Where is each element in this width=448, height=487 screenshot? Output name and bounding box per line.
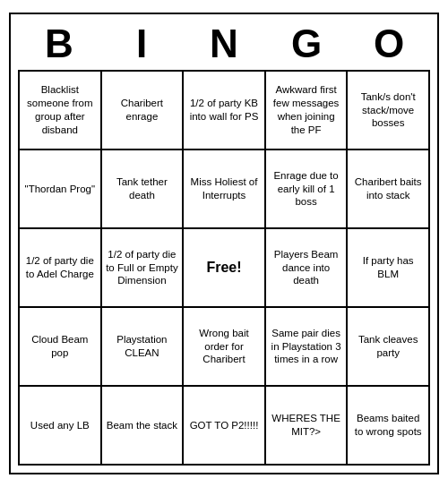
cell-text-14: If party has BLM bbox=[351, 254, 425, 281]
bingo-cell-11[interactable]: 1/2 of party die to Full or Empty Dimens… bbox=[101, 228, 184, 307]
cell-text-6: Tank tether death bbox=[106, 175, 179, 202]
bingo-cell-2[interactable]: 1/2 of party KB into wall for PS bbox=[183, 71, 265, 150]
bingo-cell-10[interactable]: 1/2 of party die to Adel Charge bbox=[19, 228, 101, 307]
bingo-cell-5[interactable]: "Thordan Prog" bbox=[19, 150, 101, 228]
cell-text-20: Used any LB bbox=[30, 419, 90, 432]
bingo-header: BINGO bbox=[18, 21, 430, 66]
cell-text-0: Blacklist someone from group after disba… bbox=[23, 83, 97, 137]
header-letter-i: I bbox=[102, 21, 181, 66]
bingo-cell-24[interactable]: Beams baited to wrong spots bbox=[347, 386, 429, 465]
cell-text-17: Wrong bait order for Charibert bbox=[187, 327, 261, 367]
bingo-cell-19[interactable]: Tank cleaves party bbox=[347, 307, 429, 386]
bingo-cell-14[interactable]: If party has BLM bbox=[347, 228, 429, 307]
cell-text-3: Awkward first few messages when joining … bbox=[270, 83, 343, 137]
bingo-cell-7[interactable]: Miss Holiest of Interrupts bbox=[183, 150, 265, 228]
header-letter-o: O bbox=[349, 21, 428, 66]
cell-text-5: "Thordan Prog" bbox=[25, 183, 95, 196]
bingo-cell-0[interactable]: Blacklist someone from group after disba… bbox=[19, 71, 101, 150]
cell-text-7: Miss Holiest of Interrupts bbox=[187, 175, 261, 202]
cell-text-15: Cloud Beam pop bbox=[23, 333, 97, 360]
cell-text-11: 1/2 of party die to Full or Empty Dimens… bbox=[106, 248, 179, 288]
bingo-cell-20[interactable]: Used any LB bbox=[19, 386, 101, 465]
bingo-cell-4[interactable]: Tank/s don't stack/move bosses bbox=[347, 71, 429, 150]
bingo-cell-16[interactable]: Playstation CLEAN bbox=[101, 307, 184, 386]
bingo-cell-15[interactable]: Cloud Beam pop bbox=[19, 307, 101, 386]
bingo-card: BINGO Blacklist someone from group after… bbox=[9, 13, 439, 474]
cell-text-8: Enrage due to early kill of 1 boss bbox=[270, 169, 343, 209]
header-letter-b: B bbox=[20, 21, 99, 66]
cell-text-19: Tank cleaves party bbox=[351, 333, 425, 360]
bingo-cell-23[interactable]: WHERES THE MIT?> bbox=[265, 386, 348, 465]
cell-text-13: Players Beam dance into death bbox=[270, 248, 343, 288]
bingo-grid: Blacklist someone from group after disba… bbox=[18, 70, 430, 466]
bingo-cell-21[interactable]: Beam the stack bbox=[101, 386, 184, 465]
bingo-cell-9[interactable]: Charibert baits into stack bbox=[347, 150, 429, 228]
cell-text-24: Beams baited to wrong spots bbox=[351, 412, 425, 439]
cell-text-1: Charibert enrage bbox=[106, 97, 179, 124]
cell-text-9: Charibert baits into stack bbox=[351, 175, 425, 202]
cell-text-10: 1/2 of party die to Adel Charge bbox=[23, 254, 97, 281]
bingo-cell-3[interactable]: Awkward first few messages when joining … bbox=[265, 71, 348, 150]
bingo-cell-13[interactable]: Players Beam dance into death bbox=[265, 228, 348, 307]
bingo-cell-6[interactable]: Tank tether death bbox=[101, 150, 184, 228]
free-cell[interactable]: Free! bbox=[183, 228, 265, 307]
cell-text-22: GOT TO P2!!!!! bbox=[190, 419, 259, 432]
bingo-cell-22[interactable]: GOT TO P2!!!!! bbox=[183, 386, 265, 465]
bingo-cell-18[interactable]: Same pair dies in Playstation 3 times in… bbox=[265, 307, 348, 386]
cell-text-4: Tank/s don't stack/move bosses bbox=[351, 90, 425, 131]
cell-text-21: Beam the stack bbox=[107, 419, 177, 432]
cell-text-2: 1/2 of party KB into wall for PS bbox=[187, 97, 261, 124]
cell-text-23: WHERES THE MIT?> bbox=[270, 412, 343, 439]
cell-text-16: Playstation CLEAN bbox=[106, 333, 179, 360]
cell-text-18: Same pair dies in Playstation 3 times in… bbox=[270, 327, 343, 367]
header-letter-g: G bbox=[267, 21, 346, 66]
bingo-cell-8[interactable]: Enrage due to early kill of 1 boss bbox=[265, 150, 348, 228]
bingo-cell-17[interactable]: Wrong bait order for Charibert bbox=[183, 307, 265, 386]
cell-text-12: Free! bbox=[206, 259, 241, 278]
header-letter-n: N bbox=[185, 21, 263, 66]
bingo-cell-1[interactable]: Charibert enrage bbox=[101, 71, 184, 150]
